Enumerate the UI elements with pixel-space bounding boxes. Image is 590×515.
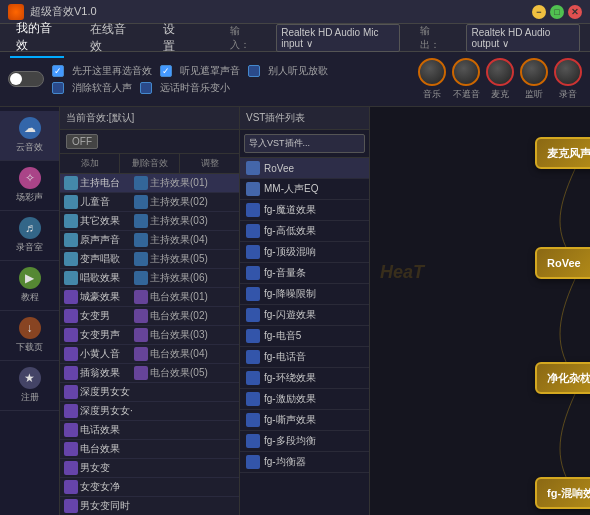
- toggle-checkbox-1[interactable]: [160, 65, 172, 77]
- vst-list[interactable]: RoVeeMM-人声EQfg-魔道效果fg-高低效果fg-顶级混响fg-音量条f…: [240, 158, 369, 515]
- vst-row[interactable]: fg-激励效果: [240, 389, 369, 410]
- effect-row[interactable]: 女变男电台效果(02): [60, 307, 239, 326]
- vst-row[interactable]: RoVee: [240, 158, 369, 179]
- col-delete: 删除音效: [120, 154, 180, 173]
- effect-row[interactable]: 变声唱歌主持效果(05): [60, 250, 239, 269]
- effect-preset-icon: [134, 328, 148, 342]
- effect-row[interactable]: 插翁效果电台效果(05): [60, 364, 239, 383]
- effect-row[interactable]: 唱歌效果主持效果(06): [60, 269, 239, 288]
- effect-row[interactable]: 原声声音主持效果(04): [60, 231, 239, 250]
- effect-row[interactable]: 深度男女女: [60, 383, 239, 402]
- vst-icon: [246, 392, 260, 406]
- vst-row[interactable]: fg-顶级混响: [240, 242, 369, 263]
- download-icon: ↓: [19, 317, 41, 339]
- sidebar-item-register[interactable]: ★ 注册: [0, 361, 59, 411]
- nav-online-effects[interactable]: 在线音效: [84, 19, 138, 57]
- toggle-checkbox-3[interactable]: [52, 82, 64, 94]
- effect-name-left: 插翁效果: [80, 366, 132, 380]
- vst-panel-title: VST插件列表: [246, 112, 305, 123]
- chain-node[interactable]: 麦克风声音■: [535, 137, 590, 169]
- sidebar-item-hall[interactable]: ♬ 录音室: [0, 211, 59, 261]
- import-vst-button[interactable]: 导入VST插件...: [244, 134, 365, 153]
- effect-row[interactable]: 电台效果: [60, 440, 239, 459]
- vst-row[interactable]: MM-人声EQ: [240, 179, 369, 200]
- output-label: 输出：: [420, 24, 446, 52]
- effect-row[interactable]: 深度男女女·湖: [60, 402, 239, 421]
- effect-name-right: 电台效果(04): [134, 347, 235, 361]
- sidebar-label-cloud: 云音效: [16, 141, 43, 154]
- effect-row[interactable]: 主持电台主持效果(01): [60, 174, 239, 193]
- knob-mic[interactable]: [486, 58, 514, 86]
- toggle-checkbox-2[interactable]: [248, 65, 260, 77]
- vst-icon: [246, 182, 260, 196]
- knob-label-2: 麦克: [491, 88, 509, 101]
- vst-row[interactable]: fg-高低效果: [240, 221, 369, 242]
- vst-icon: [246, 203, 260, 217]
- vst-row[interactable]: fg-降噪限制: [240, 284, 369, 305]
- effect-row[interactable]: 女变男声电台效果(03): [60, 326, 239, 345]
- effect-icon: [64, 499, 78, 513]
- knob-area: 音乐 不遮音 麦克 监听 录音: [418, 58, 582, 101]
- off-badge: OFF: [66, 134, 98, 149]
- sidebar-item-cloud[interactable]: ☁ 云音效: [0, 111, 59, 161]
- toggle-row-1: 先开这里再选音效 听见遮罩声音 别人听见放歌: [52, 64, 410, 78]
- effect-row[interactable]: 男女变同时: [60, 497, 239, 515]
- toggle-checkbox-4[interactable]: [140, 82, 152, 94]
- nav-my-effects[interactable]: 我的音效: [10, 18, 64, 58]
- effect-icon: [64, 214, 78, 228]
- vst-row[interactable]: fg-环绕效果: [240, 368, 369, 389]
- effect-row[interactable]: 小黄人音电台效果(04): [60, 345, 239, 364]
- effect-row[interactable]: 其它效果主持效果(03): [60, 212, 239, 231]
- input-device-select[interactable]: Realtek HD Audio Mic input ∨: [276, 24, 400, 52]
- main-toggle[interactable]: [8, 71, 44, 87]
- toggle-row-2: 消除软音人声 远话时音乐变小: [52, 81, 410, 95]
- vst-row[interactable]: fg-电音5: [240, 326, 369, 347]
- sidebar-item-rainbow[interactable]: ✧ 场彩声: [0, 161, 59, 211]
- chain-node[interactable]: 净化杂枕1■: [535, 362, 590, 394]
- vst-label: fg-多段均衡: [264, 434, 316, 448]
- sidebar-item-tutorial[interactable]: ▶ 教程: [0, 261, 59, 311]
- maximize-button[interactable]: □: [550, 5, 564, 19]
- knob-group-2: 麦克: [486, 58, 514, 101]
- vst-icon: [246, 266, 260, 280]
- effect-preset-icon: [134, 366, 148, 380]
- nav-settings[interactable]: 设置: [157, 19, 190, 57]
- effect-icon: [64, 176, 78, 190]
- effect-row[interactable]: 女变女净: [60, 478, 239, 497]
- vst-label: fg-均衡器: [264, 455, 306, 469]
- knob-group-3: 监听: [520, 58, 548, 101]
- effect-row[interactable]: 男女变: [60, 459, 239, 478]
- effect-row[interactable]: 城豪效果电台效果(01): [60, 288, 239, 307]
- knob-monitor[interactable]: [520, 58, 548, 86]
- knob-unmask[interactable]: [452, 58, 480, 86]
- knob-record[interactable]: [554, 58, 582, 86]
- vst-row[interactable]: fg-魔道效果: [240, 200, 369, 221]
- vst-row[interactable]: fg-电话音: [240, 347, 369, 368]
- output-device-select[interactable]: Realtek HD Audio output ∨: [466, 24, 580, 52]
- knob-music[interactable]: [418, 58, 446, 86]
- vst-label: fg-降噪限制: [264, 287, 316, 301]
- close-button[interactable]: ✕: [568, 5, 582, 19]
- effect-icon: [64, 366, 78, 380]
- sidebar-item-download[interactable]: ↓ 下载页: [0, 311, 59, 361]
- vst-row[interactable]: fg-闪遊效果: [240, 305, 369, 326]
- minimize-button[interactable]: −: [532, 5, 546, 19]
- effect-icon: [64, 480, 78, 494]
- toggles-group: 先开这里再选音效 听见遮罩声音 别人听见放歌 消除软音人声 远话时音乐变小: [52, 64, 410, 95]
- effect-row[interactable]: 儿童音主持效果(02): [60, 193, 239, 212]
- sidebar-label-download: 下载页: [16, 341, 43, 354]
- toggle-label-3: 消除软音人声: [72, 81, 132, 95]
- effect-row[interactable]: 电话效果: [60, 421, 239, 440]
- vst-row[interactable]: fg-均衡器: [240, 452, 369, 473]
- effect-name-left: 男女变: [80, 461, 132, 475]
- vst-row[interactable]: fg-嘶声效果: [240, 410, 369, 431]
- vst-row[interactable]: fg-音量条: [240, 263, 369, 284]
- toggle-checkbox-0[interactable]: [52, 65, 64, 77]
- effect-list[interactable]: 主持电台主持效果(01)儿童音主持效果(02)其它效果主持效果(03)原声声音主…: [60, 174, 239, 515]
- chain-node[interactable]: RoVee■: [535, 247, 590, 279]
- vst-label: fg-激励效果: [264, 392, 316, 406]
- chain-node[interactable]: fg-混响效果■: [535, 477, 590, 509]
- vst-row[interactable]: fg-多段均衡: [240, 431, 369, 452]
- effect-icon: [64, 442, 78, 456]
- register-icon: ★: [19, 367, 41, 389]
